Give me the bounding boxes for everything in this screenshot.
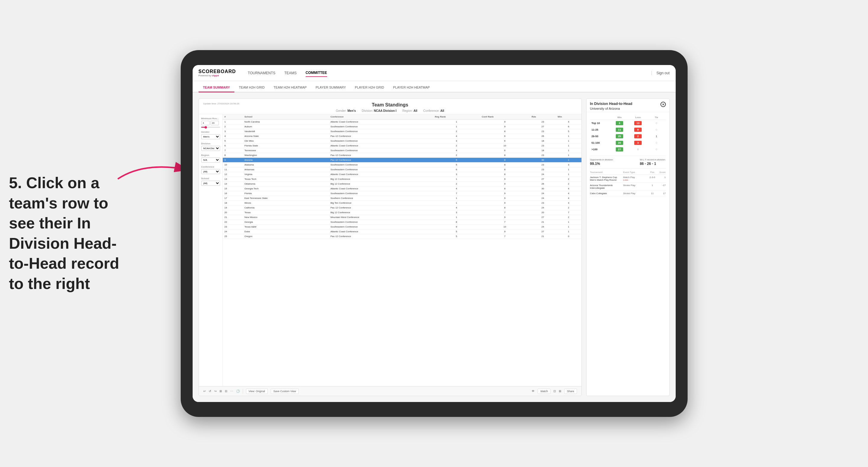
table-row[interactable]: 10 Alabama Southeastern Conference 5 8 2… [223, 162, 582, 167]
gender-select[interactable]: Men's [201, 134, 220, 139]
cell-reg-rank: 7 [433, 191, 480, 196]
cell-conference: Atlantic Coast Conference [329, 144, 433, 148]
h2h-row: 11-25 11 8 0 [590, 126, 666, 133]
table-row[interactable]: 3 Vanderbilt Southeastern Conference 2 8… [223, 129, 582, 134]
tournament-name: Jackson T. Stephens Cup Men's Match Play… [590, 176, 622, 181]
division-select[interactable]: NCAA Division I [201, 146, 220, 151]
school-select[interactable]: (All) [201, 181, 220, 186]
cell-win: 1 [556, 134, 582, 139]
cell-rank: 9 [223, 158, 243, 162]
save-custom-btn[interactable]: Save Custom View [271, 388, 299, 394]
toolbar-sep-1 [243, 389, 243, 394]
table-row[interactable]: 19 California Pac-12 Conference 4 8 24 2 [223, 206, 582, 210]
h2h-rank-table: Win Loss Tie Top 10 3 13 0 11-25 11 8 0 … [590, 115, 666, 153]
cell-win: 4 [556, 120, 582, 124]
table-row[interactable]: 12 Virginia Atlantic Coast Conference 3 … [223, 172, 582, 177]
table-row[interactable]: 22 Georgia Southeastern Conference 8 7 2… [223, 220, 582, 224]
subnav-team-summary[interactable]: TEAM SUMMARY [198, 83, 235, 92]
cell-conf-rank: 8 [480, 153, 530, 158]
nav-tournaments[interactable]: TOURNAMENTS [248, 69, 275, 76]
table-row[interactable]: 24 Duke Atlantic Coast Conference 5 9 27… [223, 229, 582, 234]
h2h-win: 25 [610, 133, 628, 139]
cell-reg-rank: 3 [433, 210, 480, 215]
watch-btn[interactable]: Watch [538, 388, 551, 394]
filter-school: School (All) [201, 177, 220, 186]
more-btn[interactable]: ⋯ [230, 390, 233, 393]
table-row[interactable]: 9 Arizona Pac-12 Conference 5 8 30 1 [223, 158, 582, 162]
cell-rank: 8 [223, 153, 243, 158]
h2h-stats-row: Opponents in division: 99.1% W-L-T recor… [590, 158, 666, 166]
subnav-player-h2h-grid[interactable]: PLAYER H2H GRID [350, 83, 389, 92]
table-row[interactable]: 25 Oregon Pac-12 Conference 5 7 21 0 [223, 234, 582, 239]
cell-conf-rank: 10 [480, 144, 530, 148]
h2h-loss: 3 [628, 139, 647, 146]
cell-reg-rank: 4 [433, 134, 480, 139]
meta-region: Region: All [403, 109, 417, 113]
h2h-close-btn[interactable]: ✕ [660, 102, 666, 107]
subnav-player-h2h-heatmap[interactable]: PLAYER H2H HEATMAP [389, 83, 434, 92]
meta-division: Division: NCAA Division I [362, 109, 396, 113]
table-row[interactable]: 16 Florida Southeastern Conference 7 9 2… [223, 191, 582, 196]
table-row[interactable]: 15 Georgia Tech Atlantic Coast Conferenc… [223, 186, 582, 191]
min-rounds-max-input[interactable] [211, 121, 219, 125]
cell-rds: 23 [530, 162, 556, 167]
region-select[interactable]: N/A [201, 157, 220, 162]
cell-conference: Big 12 Conference [329, 210, 433, 215]
paste-btn[interactable]: ⊟ [225, 390, 227, 393]
table-row[interactable]: 13 Texas Tech Big 12 Conference 1 9 27 2 [223, 177, 582, 182]
copy-btn[interactable]: ⊞ [219, 390, 222, 393]
undo-btn[interactable]: ↩ [204, 390, 206, 393]
cell-reg-rank: 5 [433, 229, 480, 234]
h2h-tie: 0 [647, 120, 665, 127]
h2h-col-win: Win [610, 115, 628, 120]
cell-rank: 21 [223, 215, 243, 220]
rounds-slider[interactable] [201, 127, 220, 128]
table-row[interactable]: 17 East Tennessee State Southern Confere… [223, 196, 582, 201]
clock-btn[interactable]: 🕐 [236, 390, 240, 393]
cell-conference: Southeastern Conference [329, 124, 433, 129]
cell-reg-rank: 5 [433, 162, 480, 167]
cell-conf-rank: 9 [480, 120, 530, 124]
redo-btn[interactable]: ↪ [214, 390, 216, 393]
subnav-team-h2h-grid[interactable]: TEAM H2H GRID [235, 83, 269, 92]
view-original-btn[interactable]: View: Original [246, 388, 268, 394]
table-row[interactable]: 23 Texas A&M Southeastern Conference 9 1… [223, 224, 582, 229]
filter-division: Division NCAA Division I [201, 142, 220, 151]
cell-reg-rank: 2 [433, 129, 480, 134]
h2h-divider-2 [590, 168, 666, 168]
cell-conference: Atlantic Coast Conference [329, 186, 433, 191]
table-row[interactable]: 5 Ole Miss Southeastern Conference 3 6 1… [223, 139, 582, 144]
cell-rank: 17 [223, 196, 243, 201]
subnav-player-summary[interactable]: PLAYER SUMMARY [311, 83, 350, 92]
h2h-win: 20 [610, 139, 628, 146]
cell-win: 0 [556, 234, 582, 239]
tournament-name: Cabo Collegiate [590, 192, 622, 195]
table-row[interactable]: 2 Auburn Southeastern Conference 1 9 27 … [223, 124, 582, 129]
cell-conference: Pac-12 Conference [329, 134, 433, 139]
conference-select[interactable]: (All) [201, 169, 220, 174]
cell-conf-rank: 9 [480, 177, 530, 182]
cell-win: 7 [556, 210, 582, 215]
cell-conference: Atlantic Coast Conference [329, 120, 433, 124]
nav-committee[interactable]: COMMITTEE [306, 69, 327, 77]
subnav-team-h2h-heatmap[interactable]: TEAM H2H HEATMAP [269, 83, 311, 92]
table-row[interactable]: 4 Arizona State Pac-12 Conference 4 6 26… [223, 134, 582, 139]
table-row[interactable]: 8 Washington Pac-12 Conference 2 8 23 1 [223, 153, 582, 158]
cell-school: Auburn [243, 124, 329, 129]
table-row[interactable]: 14 Oklahoma Big 12 Conference 2 9 26 2 [223, 182, 582, 186]
table-row[interactable]: 1 North Carolina Atlantic Coast Conferen… [223, 120, 582, 124]
table-row[interactable]: 6 Florida State Atlantic Coast Conferenc… [223, 144, 582, 148]
sign-out-button[interactable]: Sign out [656, 71, 670, 75]
cell-conf-rank: 6 [480, 148, 530, 153]
cell-rds: 24 [530, 224, 556, 229]
table-row[interactable]: 18 Illinois Big Ten Conference 1 9 23 3 [223, 201, 582, 206]
table-row[interactable]: 7 Tennessee Southeastern Conference 4 6 … [223, 148, 582, 153]
tournament-row: Cabo Collegiate Stroke Play 11 17 [590, 191, 666, 196]
nav-teams[interactable]: TEAMS [284, 69, 297, 76]
min-rounds-input[interactable] [201, 121, 210, 125]
table-row[interactable]: 20 Texas Big 12 Conference 3 7 20 7 [223, 210, 582, 215]
table-row[interactable]: 21 New Mexico Mountain West Conference 1… [223, 215, 582, 220]
share-btn[interactable]: Share [564, 388, 577, 394]
reset-btn[interactable]: ↺ [209, 390, 211, 393]
table-row[interactable]: 11 Arkansas Southeastern Conference 6 8 … [223, 167, 582, 172]
